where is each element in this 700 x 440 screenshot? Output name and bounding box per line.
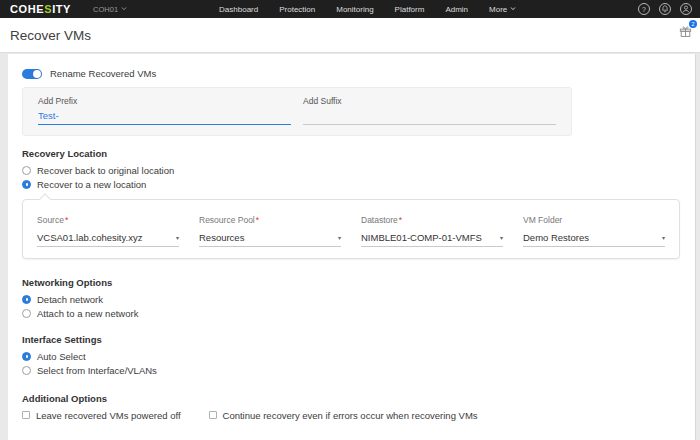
additional-options-heading: Additional Options (22, 393, 695, 404)
logo-green-s: S (44, 3, 52, 15)
radio-icon (22, 366, 31, 375)
radio-icon (22, 166, 31, 175)
vm-folder-label: VM Folder (523, 215, 562, 225)
nav-platform[interactable]: Platform (395, 5, 425, 14)
chevron-down-icon (121, 7, 127, 11)
additional-options-row: Leave recovered VMs powered off Continue… (22, 410, 695, 424)
page-header: Recover VMs 2 (0, 18, 700, 53)
whats-new-count-badge: 2 (689, 20, 697, 28)
source-value-row: VCSA01.lab.cohesity.xyz ▾ (37, 232, 179, 247)
rename-toggle-label: Rename Recovered VMs (50, 68, 156, 79)
nav-dashboard[interactable]: Dashboard (219, 5, 258, 14)
rename-options-panel: Add Prefix Add Suffix (22, 87, 572, 136)
radio-icon (22, 295, 31, 304)
recovery-location-heading: Recovery Location (22, 148, 695, 159)
radio-recover-new-location[interactable]: Recover to a new location (22, 179, 695, 189)
dropdown-arrow-icon: ▾ (662, 234, 665, 241)
resource-pool-select[interactable]: Resource Pool Resources ▾ (199, 209, 341, 247)
radio-auto-select[interactable]: Auto Select (22, 351, 695, 361)
add-prefix-input[interactable] (38, 110, 291, 125)
recover-vms-form: Rename Recovered VMs Add Prefix Add Suff… (8, 54, 696, 440)
toggle-knob (33, 70, 41, 78)
add-suffix-input[interactable] (303, 110, 556, 125)
help-icon[interactable]: ? (638, 3, 650, 15)
resource-pool-value: Resources (199, 232, 244, 243)
datastore-label: Datastore (361, 215, 402, 225)
topbar-icons: ? (638, 3, 692, 15)
vm-folder-value-row: Demo Restores ▾ (523, 232, 665, 247)
checkbox-leave-powered-off[interactable]: Leave recovered VMs powered off (22, 410, 181, 420)
dropdown-arrow-icon: ▾ (176, 234, 179, 241)
whats-new-gift-icon[interactable]: 2 (678, 24, 693, 39)
radio-attach-new-network[interactable]: Attach to a new network (22, 308, 695, 318)
datastore-value-row: NIMBLE01-COMP-01-VMFS ▾ (361, 232, 503, 247)
chevron-down-icon (510, 7, 516, 11)
card-notch (39, 193, 50, 204)
dropdown-arrow-icon: ▾ (338, 234, 341, 241)
networking-options-section: Networking Options Detach network Attach… (22, 277, 695, 318)
add-prefix-field: Add Prefix (38, 96, 291, 135)
radio-icon (22, 309, 31, 318)
resource-pool-value-row: Resources ▾ (199, 232, 341, 247)
vm-folder-select[interactable]: VM Folder Demo Restores ▾ (523, 209, 665, 247)
radio-label: Detach network (37, 294, 103, 305)
add-suffix-label: Add Suffix (303, 96, 556, 106)
radio-label: Auto Select (37, 351, 86, 362)
cluster-name: COH01 (93, 5, 118, 14)
person-icon (681, 4, 691, 14)
page-background: Rename Recovered VMs Add Prefix Add Suff… (0, 54, 700, 440)
logo-text-right: ITY (52, 3, 71, 15)
nav-admin[interactable]: Admin (445, 5, 468, 14)
checkbox-label: Leave recovered VMs powered off (36, 410, 181, 421)
cluster-selector[interactable]: COH01 (93, 5, 127, 14)
rename-toggle-row: Rename Recovered VMs (22, 68, 695, 79)
logo-text-left: COHE (10, 3, 44, 15)
nav-protection[interactable]: Protection (279, 5, 315, 14)
datastore-value: NIMBLE01-COMP-01-VMFS (361, 232, 482, 243)
networking-options-heading: Networking Options (22, 277, 695, 288)
radio-label: Attach to a new network (37, 308, 138, 319)
add-prefix-label: Add Prefix (38, 96, 291, 106)
nav-monitoring[interactable]: Monitoring (336, 5, 373, 14)
checkbox-label: Continue recovery even if errors occur w… (223, 410, 478, 421)
bell-icon (660, 4, 670, 14)
radio-icon (22, 180, 31, 189)
new-location-card: Source VCSA01.lab.cohesity.xyz ▾ Resourc… (22, 199, 680, 259)
rename-recovered-vms-toggle[interactable] (22, 69, 42, 79)
checkbox-continue-on-errors[interactable]: Continue recovery even if errors occur w… (209, 410, 478, 420)
interface-settings-section: Interface Settings Auto Select Select fr… (22, 334, 695, 375)
radio-label: Recover back to original location (37, 165, 174, 176)
vm-folder-value: Demo Restores (523, 232, 589, 243)
radio-select-interface-vlans[interactable]: Select from Interface/VLANs (22, 365, 695, 375)
top-navigation-bar: COHESITY COH01 Dashboard Protection Moni… (0, 0, 700, 18)
add-suffix-field: Add Suffix (303, 96, 556, 135)
interface-settings-heading: Interface Settings (22, 334, 695, 345)
checkbox-icon (22, 411, 30, 419)
account-icon[interactable] (680, 3, 692, 15)
nav-more-label: More (489, 5, 507, 14)
additional-options-section: Additional Options Leave recovered VMs p… (22, 393, 695, 424)
main-nav: Dashboard Protection Monitoring Platform… (219, 5, 516, 14)
checkbox-icon (209, 411, 217, 419)
source-value: VCSA01.lab.cohesity.xyz (37, 232, 142, 243)
radio-detach-network[interactable]: Detach network (22, 294, 695, 304)
resource-pool-label: Resource Pool (199, 215, 259, 225)
radio-recover-original-location[interactable]: Recover back to original location (22, 165, 695, 175)
notifications-bell-icon[interactable] (659, 3, 671, 15)
dropdown-arrow-icon: ▾ (500, 234, 503, 241)
radio-label: Recover to a new location (37, 179, 146, 190)
datastore-select[interactable]: Datastore NIMBLE01-COMP-01-VMFS ▾ (361, 209, 503, 247)
recovery-location-section: Recovery Location Recover back to origin… (22, 148, 695, 259)
page-title: Recover VMs (10, 28, 91, 43)
radio-label: Select from Interface/VLANs (37, 365, 157, 376)
source-label: Source (37, 215, 68, 225)
radio-icon (22, 352, 31, 361)
source-select[interactable]: Source VCSA01.lab.cohesity.xyz ▾ (37, 209, 179, 247)
cohesity-logo[interactable]: COHESITY (10, 3, 71, 15)
nav-more[interactable]: More (489, 5, 516, 14)
